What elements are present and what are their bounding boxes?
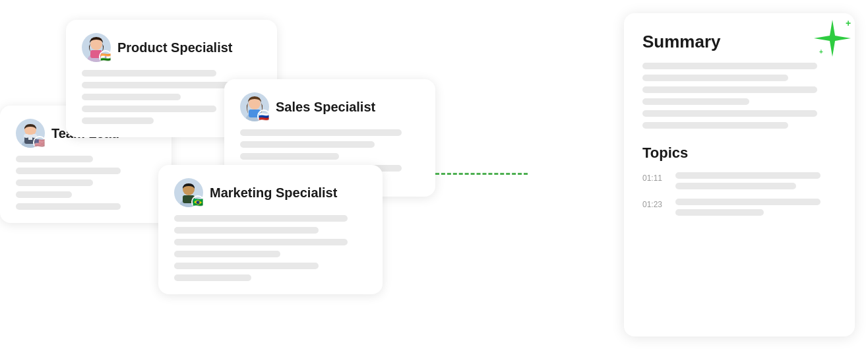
line bbox=[642, 98, 749, 105]
svg-rect-5 bbox=[28, 135, 32, 140]
topic-time-2: 01:23 bbox=[642, 199, 667, 209]
avatar-marketing: 🇧🇷 bbox=[174, 178, 203, 207]
line bbox=[16, 168, 121, 174]
line bbox=[675, 199, 821, 205]
sparkle-icon: + + bbox=[813, 18, 852, 58]
line bbox=[240, 153, 339, 160]
connector-line bbox=[435, 173, 528, 175]
card-title-marketing: Marketing Specialist bbox=[210, 185, 337, 201]
line bbox=[174, 251, 280, 257]
card-header-sales: 🇷🇺 Sales Specialist bbox=[240, 92, 419, 121]
line bbox=[16, 179, 93, 186]
topics-title: Topics bbox=[642, 144, 836, 162]
line bbox=[174, 215, 348, 222]
line bbox=[642, 63, 817, 69]
avatar-sales: 🇷🇺 bbox=[240, 92, 269, 121]
summary-panel: Summary Topics 01:11 01:23 bbox=[624, 13, 855, 336]
svg-text:+: + bbox=[846, 18, 851, 28]
summary-lines bbox=[642, 63, 836, 129]
line bbox=[174, 227, 319, 234]
line bbox=[675, 172, 821, 179]
line bbox=[82, 94, 181, 100]
flag-sales: 🇷🇺 bbox=[257, 110, 270, 123]
line bbox=[82, 117, 154, 124]
line bbox=[675, 183, 796, 189]
line bbox=[16, 191, 72, 198]
line bbox=[16, 156, 93, 162]
flag-marketing: 🇧🇷 bbox=[191, 195, 204, 208]
avatar-product: 🇮🇳 bbox=[82, 33, 111, 62]
avatar-team-lead: 🇺🇸 bbox=[16, 119, 45, 148]
line bbox=[82, 106, 216, 112]
line bbox=[642, 110, 817, 117]
topic-lines-1 bbox=[675, 172, 836, 189]
topic-time-1: 01:11 bbox=[642, 172, 667, 183]
line bbox=[642, 122, 788, 129]
card-title-sales: Sales Specialist bbox=[276, 100, 375, 115]
main-scene: 🇺🇸 Team Lead bbox=[0, 0, 868, 351]
line bbox=[174, 263, 319, 269]
card-title-product: Product Specialist bbox=[117, 40, 233, 55]
topic-item-1: 01:11 bbox=[642, 172, 836, 189]
card-lines-team-lead bbox=[16, 156, 156, 210]
card-marketing-specialist[interactable]: 🇧🇷 Marketing Specialist bbox=[158, 165, 383, 294]
card-header-product: 🇮🇳 Product Specialist bbox=[82, 33, 261, 62]
flag-team-lead: 🇺🇸 bbox=[33, 136, 46, 149]
line bbox=[642, 86, 817, 93]
card-header-marketing: 🇧🇷 Marketing Specialist bbox=[174, 178, 367, 207]
line bbox=[240, 129, 402, 136]
svg-text:+: + bbox=[819, 48, 823, 55]
line bbox=[174, 274, 251, 281]
svg-point-3 bbox=[24, 134, 29, 138]
topic-lines-2 bbox=[675, 199, 836, 216]
summary-title: Summary bbox=[642, 32, 836, 52]
line bbox=[675, 209, 764, 216]
topic-item-2: 01:23 bbox=[642, 199, 836, 216]
line bbox=[642, 75, 788, 81]
card-lines-marketing bbox=[174, 215, 367, 281]
flag-product: 🇮🇳 bbox=[99, 50, 112, 63]
line bbox=[240, 141, 375, 148]
line bbox=[82, 82, 243, 88]
sparkle-icon-wrapper: + + bbox=[813, 18, 848, 54]
line bbox=[16, 203, 121, 210]
line bbox=[82, 70, 216, 77]
line bbox=[174, 239, 348, 245]
